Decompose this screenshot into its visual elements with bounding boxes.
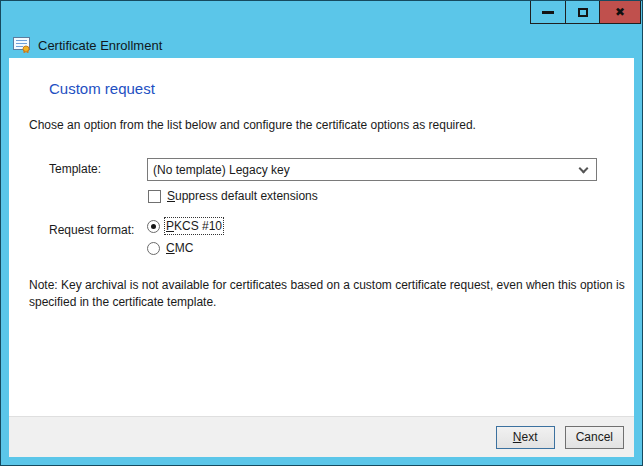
footer-bar: Next Cancel: [9, 416, 634, 457]
page-title: Custom request: [49, 80, 155, 97]
window-title: Certificate Enrollment: [38, 38, 162, 53]
suppress-extensions-checkbox[interactable]: [148, 190, 161, 203]
template-dropdown[interactable]: (No template) Legacy key: [147, 158, 597, 181]
template-label: Template:: [49, 162, 101, 176]
template-dropdown-value: (No template) Legacy key: [153, 163, 290, 177]
pkcs10-radio-row: PKCS #10: [147, 219, 222, 233]
next-button[interactable]: Next: [496, 426, 555, 449]
close-button[interactable]: ✖: [599, 1, 640, 23]
pkcs10-radio[interactable]: [147, 220, 160, 233]
minimize-button[interactable]: [531, 1, 565, 23]
suppress-extensions-label[interactable]: Suppress default extensions: [167, 189, 318, 203]
titlebar: ✖ Certificate Enrollment: [1, 1, 642, 58]
cmc-radio[interactable]: [147, 242, 160, 255]
title-row: Certificate Enrollment: [13, 37, 162, 53]
note-text: Note: Key archival is not available for …: [29, 277, 625, 311]
request-format-label: Request format:: [49, 223, 134, 237]
maximize-icon: [578, 8, 588, 17]
maximize-button[interactable]: [565, 1, 599, 23]
cancel-button[interactable]: Cancel: [565, 426, 624, 449]
cmc-radio-label[interactable]: CMC: [166, 241, 193, 255]
instruction-text: Chose an option from the list below and …: [29, 118, 476, 132]
cmc-radio-row: CMC: [147, 241, 193, 255]
certificate-enrollment-window: ✖ Certificate Enrollment Custom request …: [0, 0, 643, 466]
minimize-icon: [542, 11, 554, 14]
suppress-extensions-row: Suppress default extensions: [148, 189, 318, 203]
chevron-down-icon: [579, 164, 589, 174]
pkcs10-radio-label[interactable]: PKCS #10: [166, 219, 222, 233]
window-controls: ✖: [530, 0, 641, 24]
close-icon: ✖: [615, 6, 625, 18]
certificate-icon: [13, 37, 31, 53]
dialog-body: Custom request Chose an option from the …: [9, 58, 634, 457]
